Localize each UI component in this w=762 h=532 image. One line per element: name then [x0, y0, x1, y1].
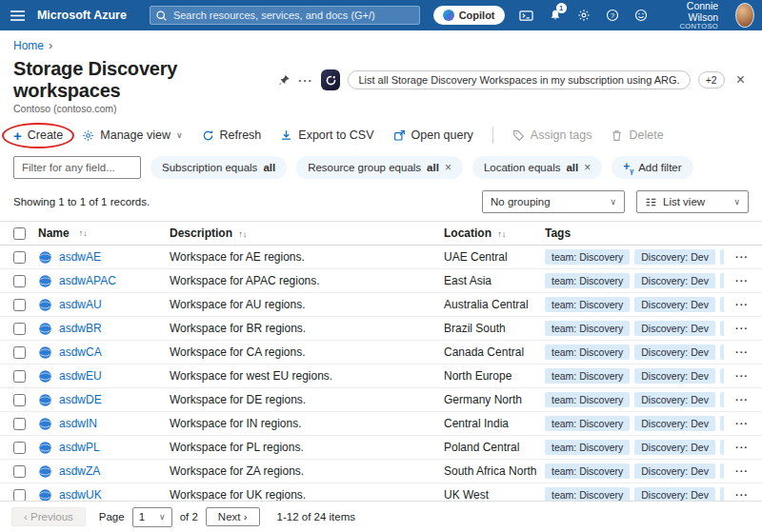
table-row[interactable]: asdwEU Workspace for west EU regions. No…	[0, 365, 762, 388]
pin-icon[interactable]	[278, 74, 291, 87]
settings-gear-icon[interactable]	[572, 0, 596, 30]
table-row[interactable]: asdwAU Workspace for AU regions. Austral…	[0, 293, 762, 317]
column-header-description[interactable]: Description	[170, 227, 232, 240]
row-checkbox[interactable]	[13, 275, 26, 287]
table-row[interactable]: asdwIN Workspace for IN regions. Central…	[0, 412, 762, 436]
assign-tags-button[interactable]: Assign tags	[512, 128, 592, 142]
tag-pill: team: Discovery	[545, 392, 630, 407]
refresh-button[interactable]: Refresh	[202, 128, 262, 142]
tag-pill: team: Discovery	[545, 297, 630, 312]
search-input[interactable]	[150, 6, 420, 25]
row-more-icon[interactable]: ···	[724, 442, 749, 453]
filter-pill-resource-group[interactable]: Resource group equals all ×	[296, 156, 463, 179]
row-checkbox[interactable]	[13, 394, 26, 406]
column-header-name[interactable]: Name	[38, 227, 70, 240]
column-header-location[interactable]: Location	[444, 227, 491, 240]
open-query-button[interactable]: Open query	[393, 128, 473, 142]
previous-page-button[interactable]: ‹ Previous	[11, 507, 86, 526]
table-row[interactable]: asdwDE Workspace for DE regions. Germany…	[0, 388, 762, 412]
filter-pill-subscription[interactable]: Subscription equals all	[150, 156, 287, 179]
row-checkbox[interactable]	[13, 370, 26, 383]
row-name-link[interactable]: asdwCA	[59, 345, 102, 359]
row-name-link[interactable]: asdwAE	[59, 250, 101, 264]
manage-view-button[interactable]: Manage view ∨	[82, 128, 182, 142]
tag-pill: Discovery: Dev	[634, 345, 715, 360]
row-checkbox[interactable]	[13, 323, 26, 335]
table-row[interactable]: asdwAPAC Workspace for APAC regions. Eas…	[0, 269, 762, 293]
row-checkbox[interactable]	[13, 442, 26, 454]
table-row[interactable]: asdwPL Workspace for PL regions. Poland …	[0, 436, 762, 460]
row-checkbox[interactable]	[13, 489, 26, 502]
row-name-link[interactable]: asdwIN	[59, 417, 97, 430]
page-number-select[interactable]: 1 ∨	[132, 507, 172, 527]
toolbar-separator	[492, 127, 493, 144]
row-name-link[interactable]: asdwBR	[59, 322, 102, 335]
row-checkbox[interactable]	[13, 418, 26, 430]
row-more-icon[interactable]: ···	[724, 323, 749, 334]
close-icon[interactable]: ×	[732, 71, 749, 89]
table-row[interactable]: asdwAE Workspace for AE regions. UAE Cen…	[0, 246, 762, 269]
global-search[interactable]	[150, 6, 420, 25]
row-name-link[interactable]: asdwZA	[59, 464, 100, 478]
row-name-link[interactable]: asdwDE	[59, 393, 102, 406]
tag-pill: team: Discovery	[545, 416, 630, 431]
notifications-bell-icon[interactable]: 1	[543, 0, 568, 30]
copilot-query-pill[interactable]: List all Storage Discovery Workspaces in…	[348, 70, 690, 89]
help-icon[interactable]: ?	[600, 0, 625, 30]
row-more-icon[interactable]: ···	[724, 346, 749, 358]
row-more-icon[interactable]: ···	[724, 251, 749, 263]
delete-button[interactable]: Delete	[611, 128, 663, 142]
user-avatar[interactable]	[735, 3, 754, 28]
copilot-query-icon[interactable]	[321, 69, 340, 90]
row-more-icon[interactable]: ···	[724, 465, 749, 477]
row-tags: team: DiscoveryDiscovery: Devorg: xdm	[545, 321, 724, 336]
breadcrumb-home-link[interactable]: Home	[13, 39, 44, 52]
close-icon[interactable]: ×	[584, 161, 591, 174]
cloud-shell-icon[interactable]	[514, 0, 539, 30]
row-checkbox[interactable]	[13, 251, 26, 264]
row-more-icon[interactable]: ···	[724, 370, 749, 382]
table-row[interactable]: asdwBR Workspace for BR regions. Brazil …	[0, 317, 762, 341]
row-more-icon[interactable]: ···	[724, 275, 749, 286]
row-name-link[interactable]: asdwAPAC	[59, 274, 116, 287]
feedback-icon[interactable]	[629, 0, 653, 30]
row-more-icon[interactable]: ···	[724, 394, 749, 405]
row-more-icon[interactable]: ···	[724, 489, 749, 501]
row-checkbox[interactable]	[13, 346, 26, 359]
row-name-link[interactable]: asdwEU	[59, 369, 102, 383]
copilot-button[interactable]: Copilot	[433, 6, 505, 25]
select-all-checkbox[interactable]	[13, 227, 26, 240]
create-button[interactable]: + Create	[13, 128, 63, 143]
filter-pill-location[interactable]: Location equals all ×	[472, 156, 602, 179]
chevron-right-icon: ›	[244, 511, 248, 522]
row-location: Canada Central	[444, 345, 545, 359]
view-dropdown[interactable]: List view ∨	[636, 190, 749, 213]
sort-icon[interactable]: ↑↓	[79, 228, 88, 238]
row-more-icon[interactable]: ···	[724, 299, 749, 310]
grouping-dropdown[interactable]: No grouping ∨	[482, 190, 625, 213]
table-row[interactable]: asdwZA Workspace for ZA regions. South A…	[0, 460, 762, 483]
next-page-button[interactable]: Next ›	[206, 507, 260, 526]
row-description: Workspace for PL regions.	[170, 441, 444, 454]
chevron-down-icon: ∨	[610, 197, 616, 207]
row-checkbox[interactable]	[13, 465, 26, 478]
export-csv-button[interactable]: Export to CSV	[280, 128, 373, 142]
row-more-icon[interactable]: ···	[724, 418, 749, 429]
row-name-link[interactable]: asdwUK	[59, 488, 102, 502]
add-filter-button[interactable]: +γ Add filter	[612, 156, 692, 179]
sort-icon[interactable]: ↑↓	[238, 229, 247, 239]
copilot-query-more-badge[interactable]: +2	[698, 71, 725, 89]
column-header-tags[interactable]: Tags	[545, 227, 571, 240]
table-row[interactable]: asdwCA Workspace for CA regions. Canada …	[0, 341, 762, 365]
more-actions-icon[interactable]: ···	[298, 73, 313, 88]
user-info[interactable]: Connie Wilson CONTOSO	[671, 0, 719, 30]
filter-pill-value: all	[263, 162, 275, 173]
azure-brand[interactable]: Microsoft Azure	[37, 9, 127, 22]
row-name-link[interactable]: asdwPL	[59, 441, 100, 454]
row-checkbox[interactable]	[13, 299, 26, 311]
filter-input[interactable]	[13, 156, 141, 179]
close-icon[interactable]: ×	[445, 161, 451, 174]
sort-icon[interactable]: ↑↓	[497, 229, 506, 239]
row-name-link[interactable]: asdwAU	[59, 298, 102, 311]
hamburger-menu-icon[interactable]	[8, 0, 28, 30]
